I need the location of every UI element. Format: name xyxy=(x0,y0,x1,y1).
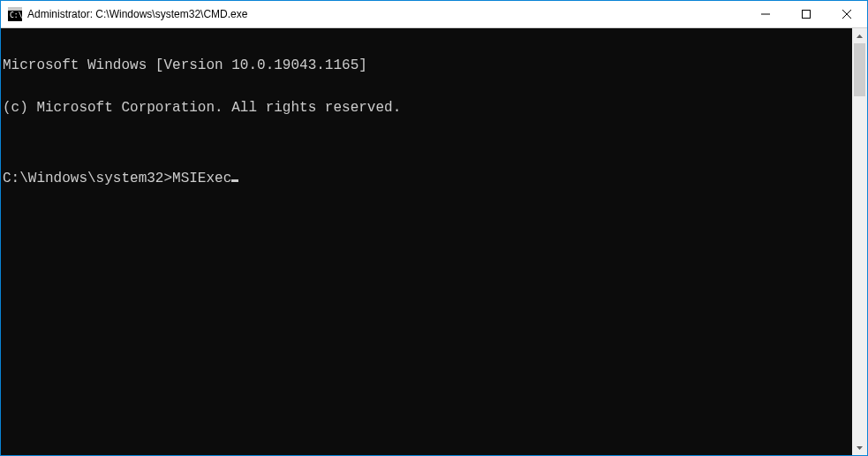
maximize-button[interactable] xyxy=(786,1,826,27)
svg-text:C:\: C:\ xyxy=(10,11,22,19)
scroll-up-icon xyxy=(857,34,863,38)
maximize-icon xyxy=(802,10,811,19)
minimize-icon xyxy=(761,10,770,19)
minimize-button[interactable] xyxy=(745,1,786,27)
window-title: Administrator: C:\Windows\system32\CMD.e… xyxy=(27,8,745,20)
scroll-up-button[interactable] xyxy=(852,28,867,43)
scroll-down-button[interactable] xyxy=(852,440,867,455)
svg-rect-4 xyxy=(803,11,811,19)
cmd-icon: C:\ xyxy=(8,7,22,21)
text-cursor xyxy=(231,179,238,182)
cmd-window: C:\ Administrator: C:\Windows\system32\C… xyxy=(0,0,868,456)
window-controls xyxy=(745,1,867,27)
console-output[interactable]: Microsoft Windows [Version 10.0.19043.11… xyxy=(1,28,852,455)
vertical-scrollbar[interactable] xyxy=(852,28,867,455)
svg-rect-1 xyxy=(8,7,22,11)
prompt-line: C:\Windows\system32>MSIExec xyxy=(3,171,852,186)
console-line: Microsoft Windows [Version 10.0.19043.11… xyxy=(3,58,852,72)
scroll-down-icon xyxy=(857,446,863,450)
client-area: Microsoft Windows [Version 10.0.19043.11… xyxy=(1,28,867,455)
titlebar[interactable]: C:\ Administrator: C:\Windows\system32\C… xyxy=(1,1,867,28)
close-button[interactable] xyxy=(826,1,867,27)
console-line: (c) Microsoft Corporation. All rights re… xyxy=(3,101,852,115)
svg-marker-8 xyxy=(857,446,863,450)
close-icon xyxy=(842,10,851,19)
svg-marker-7 xyxy=(857,34,863,38)
command-input[interactable]: MSIExec xyxy=(172,171,231,186)
scroll-thumb[interactable] xyxy=(854,43,865,96)
prompt-text: C:\Windows\system32> xyxy=(3,171,172,186)
